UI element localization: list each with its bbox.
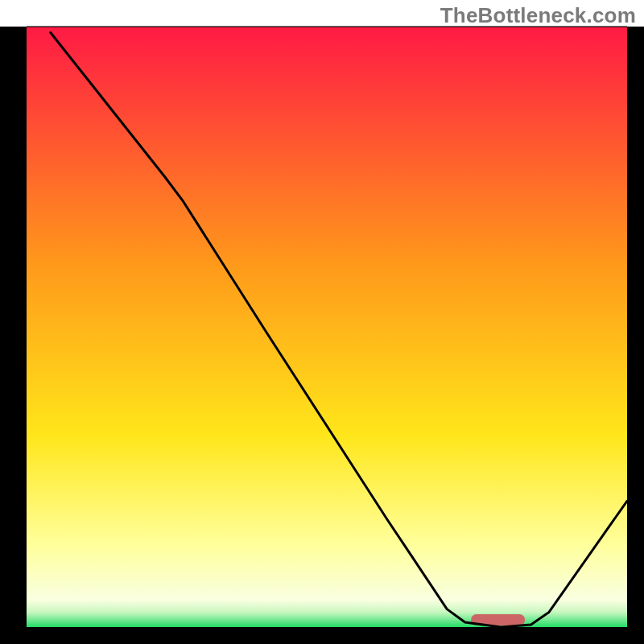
bottleneck-chart [0, 0, 644, 644]
axis-bottom [0, 627, 644, 644]
watermark-label: TheBottleneck.com [440, 3, 636, 28]
svg-rect-3 [627, 27, 644, 644]
chart-container: TheBottleneck.com [0, 0, 644, 644]
svg-rect-2 [0, 27, 27, 644]
